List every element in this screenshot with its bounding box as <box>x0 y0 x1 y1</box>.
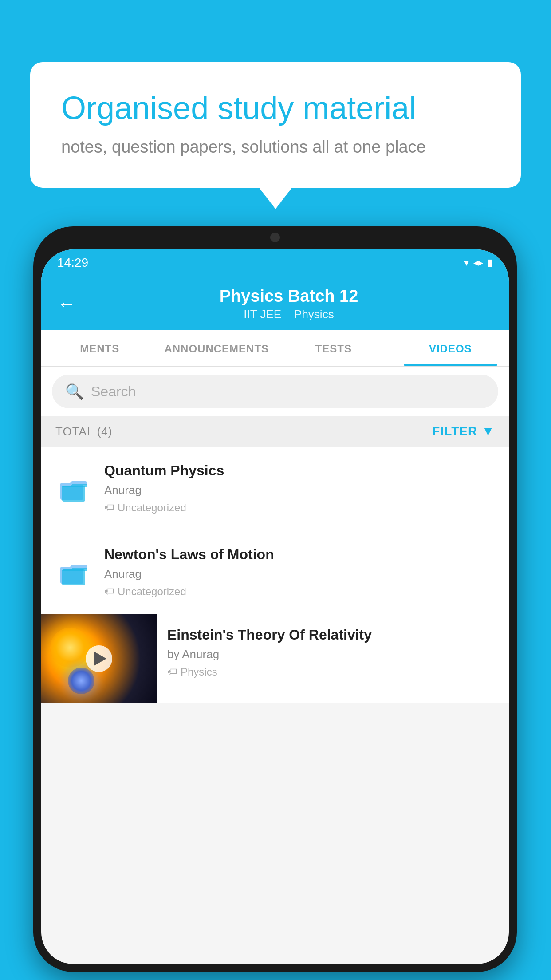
video-title: Einstein's Theory Of Relativity <box>167 627 498 643</box>
einstein-thumbnail <box>41 614 157 703</box>
subtitle-iit: IIT JEE <box>244 308 281 321</box>
battery-icon: ▮ <box>488 257 493 269</box>
video-tag: 🏷 Uncategorized <box>104 502 496 514</box>
tab-videos[interactable]: VIDEOS <box>392 330 509 366</box>
wifi-icon: ▾ <box>464 257 469 269</box>
play-triangle-icon <box>94 652 106 666</box>
video-info-quantum: Quantum Physics Anurag 🏷 Uncategorized <box>104 462 496 514</box>
space-orb-1 <box>50 628 90 668</box>
header-title-block: Physics Batch 12 IIT JEE Physics <box>85 287 493 321</box>
filter-bar: TOTAL (4) FILTER ▼ <box>41 416 509 447</box>
video-title: Newton's Laws of Motion <box>104 546 496 563</box>
tab-tests[interactable]: TESTS <box>275 330 392 366</box>
search-container: 🔍 Search <box>41 367 509 416</box>
search-placeholder: Search <box>91 383 136 400</box>
tabs-bar: MENTS ANNOUNCEMENTS TESTS VIDEOS <box>41 330 509 367</box>
phone-screen: 14:29 ▾ ◂▸ ▮ ← Physics Batch 12 IIT JEE … <box>41 249 509 964</box>
tab-announcements[interactable]: ANNOUNCEMENTS <box>158 330 276 366</box>
folder-icon <box>58 556 90 588</box>
signal-icon: ◂▸ <box>473 257 483 269</box>
search-box[interactable]: 🔍 Search <box>52 375 498 408</box>
video-tag: 🏷 Physics <box>167 666 498 678</box>
filter-icon: ▼ <box>482 424 495 439</box>
filter-label: FILTER <box>432 424 477 439</box>
folder-thumb-newton <box>54 552 94 592</box>
video-tag: 🏷 Uncategorized <box>104 585 496 598</box>
video-title: Quantum Physics <box>104 462 496 479</box>
camera <box>270 233 280 242</box>
tag-icon: 🏷 <box>104 502 114 514</box>
tag-icon: 🏷 <box>104 586 114 597</box>
back-button[interactable]: ← <box>57 293 76 315</box>
video-list: Quantum Physics Anurag 🏷 Uncategorized <box>41 447 509 703</box>
list-item[interactable]: Newton's Laws of Motion Anurag 🏷 Uncateg… <box>41 530 509 614</box>
svg-rect-3 <box>62 569 85 585</box>
header-title: Physics Batch 12 <box>85 287 493 306</box>
status-icons: ▾ ◂▸ ▮ <box>464 257 493 269</box>
total-count: TOTAL (4) <box>55 425 112 439</box>
phone-frame: 14:29 ▾ ◂▸ ▮ ← Physics Batch 12 IIT JEE … <box>33 226 517 972</box>
search-icon: 🔍 <box>65 383 84 400</box>
header-subtitle: IIT JEE Physics <box>85 308 493 321</box>
video-author: Anurag <box>104 483 496 497</box>
status-bar: 14:29 ▾ ◂▸ ▮ <box>41 249 509 276</box>
filter-button[interactable]: FILTER ▼ <box>432 424 495 439</box>
tag-icon: 🏷 <box>167 666 177 678</box>
space-orb-2 <box>68 668 94 694</box>
folder-icon <box>58 472 90 504</box>
video-info-newton: Newton's Laws of Motion Anurag 🏷 Uncateg… <box>104 546 496 598</box>
bubble-subtitle: notes, question papers, solutions all at… <box>61 138 490 157</box>
tag-text: Physics <box>181 666 217 678</box>
tag-text: Uncategorized <box>118 502 186 514</box>
play-button[interactable] <box>86 645 112 672</box>
list-item[interactable]: Quantum Physics Anurag 🏷 Uncategorized <box>41 447 509 530</box>
video-author: by Anurag <box>167 648 498 661</box>
notch <box>231 226 319 249</box>
svg-rect-1 <box>62 486 85 502</box>
video-info-einstein: Einstein's Theory Of Relativity by Anura… <box>157 614 509 691</box>
list-item[interactable]: Einstein's Theory Of Relativity by Anura… <box>41 614 509 703</box>
folder-thumb-quantum <box>54 468 94 508</box>
app-header: ← Physics Batch 12 IIT JEE Physics <box>41 276 509 330</box>
speech-bubble-container: Organised study material notes, question… <box>30 62 521 188</box>
speech-bubble: Organised study material notes, question… <box>30 62 521 188</box>
status-time: 14:29 <box>57 256 88 270</box>
tab-ments[interactable]: MENTS <box>41 330 158 366</box>
tag-text: Uncategorized <box>118 585 186 598</box>
bubble-title: Organised study material <box>61 89 490 127</box>
video-author: Anurag <box>104 567 496 581</box>
subtitle-physics: Physics <box>294 308 334 321</box>
